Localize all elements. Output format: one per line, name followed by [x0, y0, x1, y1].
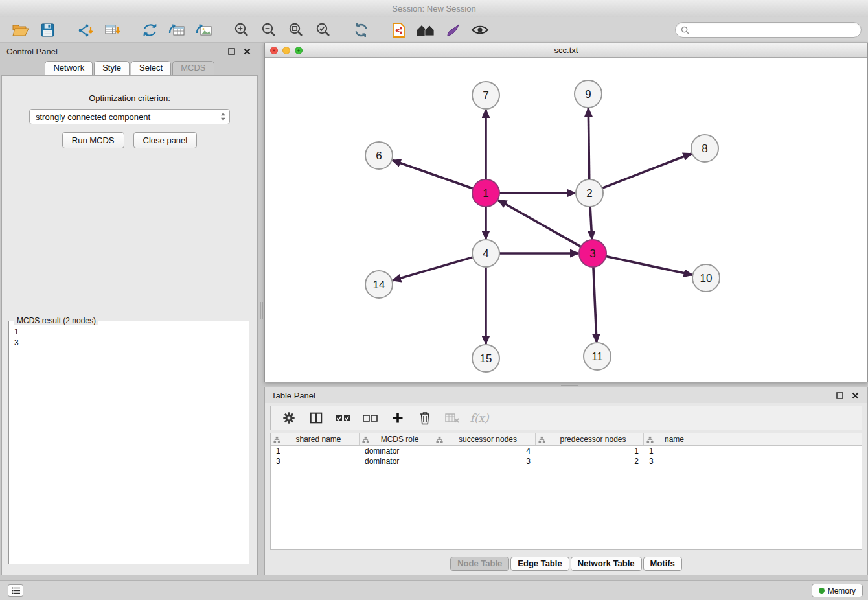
home-networks-button[interactable] — [414, 19, 437, 40]
export-table-icon — [168, 23, 185, 38]
home-icon — [417, 23, 435, 37]
graph-node-6[interactable]: 6 — [365, 142, 393, 169]
window-title: Session: New Session — [392, 4, 475, 14]
delete-table-button[interactable] — [442, 408, 463, 428]
zoom-out-button[interactable] — [257, 19, 280, 40]
graph-edge-3-11[interactable] — [593, 267, 597, 342]
tab-network-table[interactable]: Network Table — [571, 557, 642, 571]
tab-motifs[interactable]: Motifs — [643, 557, 682, 571]
open-session-button[interactable] — [8, 19, 32, 40]
column-header-successor-nodes[interactable]: successor nodes — [433, 433, 536, 445]
graph-node-1[interactable]: 1 — [472, 179, 499, 207]
import-table-icon — [104, 23, 120, 38]
refresh-button[interactable] — [349, 19, 372, 40]
graph-edge-3-10[interactable] — [606, 256, 692, 275]
import-network-button[interactable] — [73, 19, 97, 40]
tab-select[interactable]: Select — [131, 61, 171, 75]
export-image-icon — [196, 23, 212, 38]
node-label: 10 — [700, 272, 713, 284]
memory-button[interactable]: Memory — [812, 584, 863, 597]
column-sort-icon — [538, 436, 545, 443]
control-panel-float-button[interactable] — [225, 45, 237, 57]
graph-node-10[interactable]: 10 — [692, 264, 720, 292]
session-document-button[interactable] — [387, 19, 410, 40]
criterion-dropdown[interactable]: strongly connected component — [29, 109, 230, 124]
table-row[interactable]: 3dominator323 — [271, 456, 862, 467]
unchecked-boxes-icon — [362, 411, 379, 424]
export-table-button[interactable] — [165, 19, 188, 40]
zoom-in-button[interactable] — [230, 19, 253, 40]
node-label: 4 — [483, 248, 488, 260]
graph-edge-3-1[interactable] — [498, 200, 581, 247]
graph-node-14[interactable]: 14 — [365, 271, 393, 298]
graph-node-4[interactable]: 4 — [472, 240, 499, 267]
tab-network[interactable]: Network — [45, 61, 93, 75]
tab-style[interactable]: Style — [94, 61, 130, 75]
select-all-button[interactable] — [333, 408, 354, 428]
close-panel-button[interactable]: Close panel — [133, 132, 198, 148]
horizontal-panel-splitter[interactable] — [264, 382, 868, 387]
export-image-button[interactable] — [192, 19, 216, 40]
open-folder-icon — [12, 23, 29, 38]
graph-node-9[interactable]: 9 — [575, 80, 602, 108]
network-arrows-button[interactable] — [138, 19, 161, 40]
delete-table-icon — [444, 411, 460, 424]
graph-edge-2-9[interactable] — [588, 108, 589, 179]
graph-edge-2-3[interactable] — [590, 207, 592, 239]
add-column-button[interactable] — [387, 408, 408, 428]
network-canvas[interactable]: 7968124314101511 — [265, 58, 867, 382]
dropdown-arrows-icon — [220, 112, 227, 121]
deselect-all-button[interactable] — [360, 408, 381, 428]
graph-edge-1-6[interactable] — [393, 160, 473, 189]
apply-style-button[interactable] — [441, 19, 464, 40]
column-header-mcds-role[interactable]: MCDS role — [360, 433, 433, 445]
graph-edge-2-8[interactable] — [602, 154, 692, 188]
table-toolbar: f(x) — [270, 406, 862, 430]
plus-icon — [391, 411, 404, 424]
import-table-button[interactable] — [100, 19, 124, 40]
table-header-row: shared nameMCDS rolesuccessor nodesprede… — [271, 433, 862, 446]
table-row[interactable]: 1dominator411 — [271, 446, 862, 456]
zoom-selected-button[interactable] — [312, 19, 335, 40]
delete-column-button[interactable] — [415, 408, 435, 428]
tab-mcds[interactable]: MCDS — [172, 61, 214, 75]
graph-edge-4-14[interactable] — [393, 257, 473, 281]
show-columns-button[interactable] — [306, 408, 326, 428]
graph-node-2[interactable]: 2 — [576, 179, 603, 207]
tab-node-table[interactable]: Node Table — [450, 557, 509, 571]
show-hide-button[interactable] — [468, 19, 492, 40]
fx-icon: f(x) — [470, 411, 488, 424]
control-panel-close-button[interactable] — [241, 45, 253, 57]
close-icon — [244, 48, 251, 55]
float-icon — [228, 48, 235, 55]
table-cell: 3 — [433, 456, 536, 467]
graph-node-11[interactable]: 11 — [584, 343, 611, 370]
node-label: 9 — [585, 88, 591, 100]
search-input[interactable] — [692, 25, 856, 34]
table-settings-button[interactable] — [279, 408, 299, 428]
zoom-in-icon — [234, 22, 249, 38]
vertical-panel-splitter[interactable] — [259, 43, 264, 575]
run-mcds-button[interactable]: Run MCDS — [62, 132, 124, 148]
graph-node-15[interactable]: 15 — [472, 345, 499, 372]
table-cell: 1 — [644, 446, 698, 456]
mcds-result-line: 3 — [14, 338, 244, 349]
graph-node-3[interactable]: 3 — [579, 240, 606, 267]
close-icon — [852, 392, 859, 399]
checked-boxes-icon — [335, 411, 352, 424]
optimization-criterion-label: Optimization criterion: — [2, 93, 257, 103]
column-header-name[interactable]: name — [644, 433, 698, 445]
zoom-fit-button[interactable] — [284, 19, 308, 40]
graph-node-8[interactable]: 8 — [691, 135, 718, 162]
column-header-predecessor-nodes[interactable]: predecessor nodes — [536, 433, 644, 445]
task-history-button[interactable] — [8, 584, 23, 597]
column-header-shared-name[interactable]: shared name — [271, 433, 360, 445]
save-session-button[interactable] — [36, 19, 59, 40]
graph-node-7[interactable]: 7 — [472, 82, 499, 109]
table-panel-float-button[interactable] — [834, 389, 845, 401]
table-panel-header: Table Panel — [265, 387, 867, 403]
function-builder-button[interactable]: f(x) — [469, 408, 490, 428]
tab-edge-table[interactable]: Edge Table — [510, 557, 569, 571]
network-arrows-icon — [142, 23, 158, 38]
table-panel-close-button[interactable] — [849, 389, 861, 401]
